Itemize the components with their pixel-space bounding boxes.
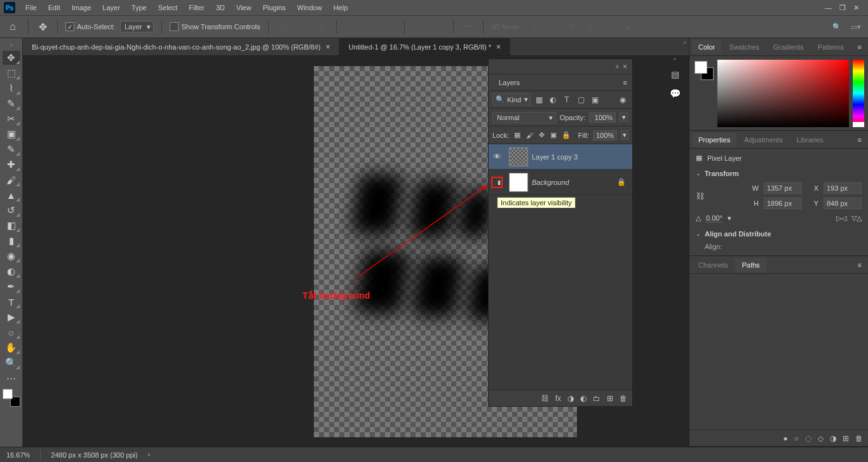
brush-tool[interactable]: 🖌 <box>3 173 20 187</box>
document-tab-0[interactable]: Bi-quyet-chup-anh-dep-tai-gia-Nghi-dich-… <box>23 38 339 55</box>
layer-name[interactable]: Layer 1 copy 3 <box>532 153 632 161</box>
close-button[interactable]: ✕ <box>853 4 859 12</box>
align-center-h-icon[interactable]: ≡ <box>295 20 309 34</box>
gradient-tool[interactable]: ▮ <box>3 234 20 248</box>
fg-bg-swatch[interactable] <box>3 389 20 407</box>
layer-visibility-toggle[interactable]: ▮ <box>491 177 503 188</box>
layer-row[interactable]: ▮ Background 🔒 <box>489 170 632 195</box>
adjustments-tab[interactable]: Adjustments <box>738 133 789 147</box>
frame-tool[interactable]: ▣ <box>3 127 20 141</box>
lock-artboard-icon[interactable]: ▣ <box>550 130 558 140</box>
align-middle-v-icon[interactable]: ▯ <box>363 20 377 34</box>
blur-tool[interactable]: ◉ <box>3 249 20 263</box>
layer-fx-icon[interactable]: fx <box>555 394 561 403</box>
healing-tool[interactable]: ✚ <box>3 158 20 172</box>
auto-select-target[interactable]: Layer <box>120 21 154 32</box>
opacity-input[interactable]: 100% <box>589 112 616 123</box>
align-bottom-icon[interactable]: ▯ <box>383 20 397 34</box>
path-to-selection-icon[interactable]: ◌ <box>805 434 811 443</box>
align-section-toggle[interactable]: ⌄ Align and Distribute <box>696 230 862 238</box>
move-tool[interactable]: ✥ <box>3 51 20 65</box>
menu-layer[interactable]: Layer <box>97 2 125 13</box>
clone-stamp-tool[interactable]: ▲ <box>3 188 20 202</box>
pen-tool[interactable]: ✒ <box>3 280 20 294</box>
delete-layer-icon[interactable]: 🗑 <box>620 394 627 403</box>
dodge-tool[interactable]: ◐ <box>3 264 20 278</box>
mask-from-path-icon[interactable]: ◑ <box>830 434 836 443</box>
menu-image[interactable]: Image <box>67 2 97 13</box>
close-panel-icon[interactable]: × <box>623 62 627 71</box>
eyedropper-tool[interactable]: ✎ <box>3 142 20 156</box>
color-tab[interactable]: Color <box>692 40 721 54</box>
panel-menu-icon[interactable]: ≡ <box>854 136 865 144</box>
libraries-tab[interactable]: Libraries <box>790 133 830 147</box>
paths-tab[interactable]: Paths <box>735 258 766 272</box>
comments-panel-icon[interactable]: 💬 <box>668 86 682 100</box>
menu-window[interactable]: Window <box>292 2 327 13</box>
x-input[interactable]: 193 px <box>824 182 862 194</box>
shape-tool[interactable]: ○ <box>3 325 20 339</box>
fill-dropdown-icon[interactable]: ▾ <box>621 130 628 140</box>
marquee-tool[interactable]: ⬚ <box>3 66 20 80</box>
zoom-tool[interactable]: 🔍 <box>3 356 20 370</box>
document-tab-1[interactable]: Untitled-1 @ 16.7% (Layer 1 copy 3, RGB/… <box>339 38 510 55</box>
lock-paint-icon[interactable]: 🖌 <box>525 130 533 140</box>
lock-all-icon[interactable]: 🔒 <box>562 130 571 140</box>
distribute-v-icon[interactable]: ┄ <box>431 20 445 34</box>
layer-thumbnail[interactable] <box>509 173 528 192</box>
minimize-button[interactable]: — <box>825 4 832 12</box>
path-select-tool[interactable]: ▶ <box>3 310 20 324</box>
stroke-path-icon[interactable]: ○ <box>794 434 799 443</box>
new-layer-icon[interactable]: ⊞ <box>607 394 613 403</box>
align-left-icon[interactable]: ▤ <box>276 20 290 34</box>
y-input[interactable]: 848 px <box>824 198 862 209</box>
filter-kind-select[interactable]: 🔍 Kind <box>492 93 531 105</box>
collapse-panel-icon[interactable]: « <box>615 63 619 70</box>
status-more-icon[interactable]: › <box>148 451 150 458</box>
layer-visibility-toggle[interactable]: 👁 <box>493 152 501 161</box>
filter-shape-icon[interactable]: ▢ <box>575 94 587 105</box>
home-icon[interactable]: ⌂ <box>5 19 20 34</box>
color-fg-bg-swatch[interactable] <box>693 60 714 127</box>
rotation-dropdown-icon[interactable]: ▾ <box>728 214 731 222</box>
panel-menu-icon[interactable]: ≡ <box>854 43 865 51</box>
channels-tab[interactable]: Channels <box>692 258 734 272</box>
fill-path-icon[interactable]: ● <box>783 434 788 443</box>
crop-tool[interactable]: ✂ <box>3 112 20 126</box>
menu-select[interactable]: Select <box>153 2 183 13</box>
lasso-tool[interactable]: ⌇ <box>3 81 20 95</box>
menu-plugins[interactable]: Plugins <box>257 2 290 13</box>
panel-menu-icon[interactable]: ≡ <box>854 261 865 269</box>
more-align-icon[interactable]: ⋯ <box>461 20 475 34</box>
close-tab-icon[interactable]: × <box>496 43 501 51</box>
filter-type-icon[interactable]: T <box>561 94 573 105</box>
menu-type[interactable]: Type <box>126 2 152 13</box>
expand-toolbar-grip[interactable]: » <box>10 42 13 48</box>
lock-position-icon[interactable]: ✥ <box>538 130 546 140</box>
type-tool[interactable]: T <box>3 295 20 309</box>
history-panel-icon[interactable]: ▤ <box>668 67 682 81</box>
document-dimensions[interactable]: 2480 px x 3508 px (300 ppi) <box>51 451 137 459</box>
height-input[interactable]: 1896 px <box>764 198 802 209</box>
layer-row[interactable]: 👁 Layer 1 copy 3 <box>489 144 632 170</box>
menu-file[interactable]: File <box>20 2 42 13</box>
rotation-input[interactable]: 0.00° <box>706 214 722 222</box>
filter-toggle-icon[interactable]: ◉ <box>617 94 628 105</box>
maximize-button[interactable]: ❐ <box>839 4 846 12</box>
quick-select-tool[interactable]: ✎ <box>3 97 20 111</box>
flip-horizontal-icon[interactable]: ▷◁ <box>836 214 846 222</box>
auto-select-checkbox[interactable]: Auto-Select: <box>65 22 115 31</box>
eraser-tool[interactable]: ◧ <box>3 219 20 233</box>
color-picker-field[interactable] <box>717 60 849 127</box>
close-tab-icon[interactable]: × <box>325 43 330 51</box>
width-input[interactable]: 1357 px <box>764 182 802 194</box>
menu-3d[interactable]: 3D <box>211 2 230 13</box>
gradients-tab[interactable]: Gradients <box>767 40 810 54</box>
search-icon[interactable]: 🔍 <box>830 20 844 34</box>
properties-tab[interactable]: Properties <box>692 133 736 147</box>
filter-adjust-icon[interactable]: ◐ <box>547 94 559 105</box>
fill-input[interactable]: 100% <box>593 130 617 140</box>
link-layers-icon[interactable]: ⛓ <box>541 394 549 403</box>
workspace-switcher-icon[interactable]: ▭▾ <box>849 20 863 34</box>
adjustment-layer-icon[interactable]: ◐ <box>580 394 587 403</box>
